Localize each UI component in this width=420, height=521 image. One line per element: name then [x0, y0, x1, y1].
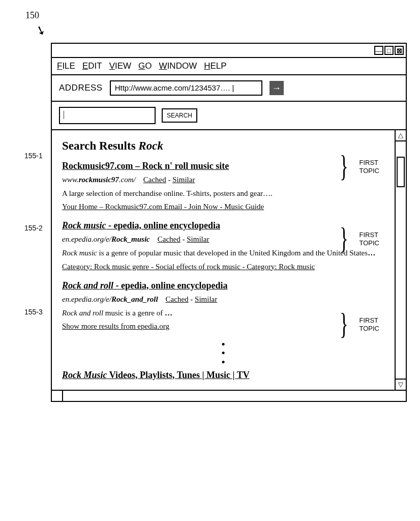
maximize-button[interactable]: □: [384, 46, 394, 55]
vertical-scrollbar[interactable]: △ ▽: [395, 130, 406, 390]
result-title-link[interactable]: Rock music - epedia, online encyclopedia: [62, 220, 384, 231]
result-title-link[interactable]: Rock and roll - epedia, online encyclope…: [62, 280, 384, 291]
annotation-155-3: 155-3: [24, 308, 43, 316]
menu-view[interactable]: VIEW: [109, 61, 131, 71]
brace-icon: }: [340, 223, 348, 253]
search-bar: | SEARCH: [52, 102, 406, 130]
menubar: FILE EDIT VIEW GO WINDOW HELP: [52, 58, 406, 75]
close-button[interactable]: ⊠: [395, 46, 404, 55]
result-url: www.rockmusic97.com/ Cached - Similar: [62, 176, 384, 184]
similar-link[interactable]: Similar: [187, 235, 209, 243]
scroll-down-icon[interactable]: ▽: [396, 379, 406, 390]
status-bar: [52, 390, 406, 401]
scroll-thumb[interactable]: [397, 157, 405, 187]
result-snippet: A large selection of merchandise online.…: [62, 188, 384, 198]
result-url: en.epedia.org/e/Rock_and_roll Cached - S…: [62, 295, 384, 304]
menu-help[interactable]: HELP: [204, 61, 226, 71]
show-more-link[interactable]: Show more results from epedia.org: [62, 322, 384, 331]
brace-icon: }: [340, 151, 348, 181]
result-sublinks[interactable]: Your Home – Rockmusic97.com Email - Join…: [62, 202, 384, 211]
search-result: Rockmusic97.com – Rock n' roll music sit…: [62, 161, 384, 211]
brace-icon: }: [340, 308, 348, 339]
scroll-up-icon[interactable]: △: [396, 130, 406, 141]
figure-number: 150: [25, 10, 410, 21]
vertical-ellipsis-icon: •••: [62, 340, 384, 367]
minimize-button[interactable]: —: [374, 46, 383, 55]
similar-link[interactable]: Similar: [195, 295, 217, 303]
titlebar: — □ ⊠: [52, 44, 406, 58]
search-result: Rock music - epedia, online encyclopedia…: [62, 220, 384, 271]
similar-link[interactable]: Similar: [172, 176, 195, 184]
topic-label: FIRST TOPIC: [359, 159, 380, 175]
cached-link[interactable]: Cached: [158, 235, 181, 243]
result-title-link[interactable]: Rock Music Videos, Playlists, Tunes | Mu…: [62, 370, 384, 381]
result-sublinks[interactable]: Category: Rock music genre - Social effe…: [62, 263, 384, 271]
result-snippet: Rock and roll music is a genre of …: [62, 308, 384, 318]
search-result: Rock and roll - epedia, online encyclope…: [62, 280, 384, 331]
results-heading: Search Results Rock: [62, 139, 384, 153]
go-button[interactable]: →: [269, 81, 284, 95]
menu-file[interactable]: FILE: [57, 61, 75, 71]
search-button[interactable]: SEARCH: [162, 108, 197, 123]
arrow-icon: ➘: [34, 22, 48, 39]
cached-link[interactable]: Cached: [143, 176, 166, 184]
menu-go[interactable]: GO: [138, 61, 152, 71]
browser-window: — □ ⊠ FILE EDIT VIEW GO WINDOW HELP ADDR…: [51, 43, 407, 402]
annotation-155-1: 155-1: [24, 152, 43, 160]
cached-link[interactable]: Cached: [166, 295, 189, 303]
address-input[interactable]: Http://www.acme.com/1234537…. |: [110, 80, 262, 96]
topic-label: FIRST TOPIC: [359, 316, 380, 332]
search-input[interactable]: |: [59, 107, 156, 124]
results-pane: Search Results Rock Rockmusic97.com – Ro…: [52, 130, 395, 390]
address-bar: ADDRESS Http://www.acme.com/1234537…. | …: [52, 75, 406, 102]
result-url: en.epedia.org/e/Rock_music Cached - Simi…: [62, 235, 384, 244]
topic-label: FIRST TOPIC: [359, 231, 380, 247]
result-snippet: Rock music is a genre of popular music t…: [62, 248, 384, 258]
address-label: ADDRESS: [59, 83, 103, 93]
annotation-155-2: 155-2: [24, 224, 43, 232]
menu-window[interactable]: WINDOW: [159, 61, 197, 71]
menu-edit[interactable]: EDIT: [82, 61, 102, 71]
result-title-link[interactable]: Rockmusic97.com – Rock n' roll music sit…: [62, 161, 384, 171]
search-result: Rock Music Videos, Playlists, Tunes | Mu…: [62, 370, 384, 381]
scroll-track[interactable]: [396, 141, 406, 379]
